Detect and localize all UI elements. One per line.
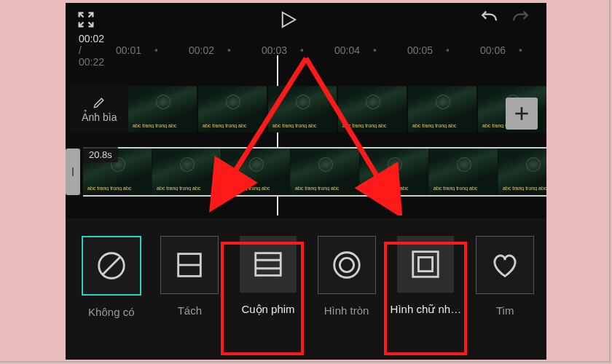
ban-icon	[82, 236, 141, 296]
effect-circle[interactable]: Hình tròn	[313, 236, 381, 317]
rects-icon	[397, 236, 454, 293]
time-current: 00:02	[79, 33, 104, 44]
redo-button[interactable]	[510, 9, 532, 33]
timeline-thumb[interactable]: abc trang trong abc	[128, 86, 197, 132]
fullscreen-button[interactable]	[76, 9, 96, 33]
effect-label: Tách	[178, 304, 202, 317]
svg-rect-10	[413, 252, 439, 277]
ring-icon	[318, 236, 376, 294]
svg-rect-0	[72, 167, 74, 176]
effect-split[interactable]: Tách	[156, 236, 224, 317]
timeline-thumb[interactable]: abc trang trong abc	[268, 86, 337, 132]
overlay-track: Ảnh bìa abc trang trong abcabc trang tro…	[66, 83, 546, 135]
hbars-icon	[240, 236, 297, 293]
pencil-icon	[92, 95, 106, 110]
effect-none[interactable]: Không có	[77, 236, 146, 318]
timeline-thumb[interactable]: abc trang trong abc	[198, 86, 267, 132]
timeline-thumb[interactable]: abc trang trong abc	[360, 149, 429, 195]
timeline-thumb[interactable]: abc trang trong abc	[152, 149, 221, 195]
time-tick: 00:06•	[480, 44, 546, 56]
svg-point-9	[340, 258, 353, 272]
clip-duration: 20.8s	[83, 147, 118, 162]
effect-label: Không có	[88, 306, 134, 318]
effect-label: Cuộn phim	[241, 303, 294, 316]
timeline[interactable]: Ảnh bìa abc trang trong abcabc trang tro…	[66, 80, 546, 211]
svg-rect-11	[419, 257, 433, 271]
timeline-thumb[interactable]: abc trang trong abc	[498, 149, 546, 195]
add-clip-button[interactable]	[506, 98, 538, 130]
effect-label: Hình chữ nh…	[391, 303, 462, 316]
top-toolbar	[66, 3, 546, 39]
timeline-thumb[interactable]: abc trang trong abc	[291, 149, 360, 195]
video-editor-app: 00:02 / 00:22 00:01•00:02•00:03•00:04•00…	[66, 3, 546, 360]
timeline-thumb[interactable]: abc trang trong abc	[338, 86, 407, 132]
effect-label: Tim	[496, 304, 514, 317]
hsplit-icon	[160, 236, 219, 294]
svg-point-8	[334, 253, 359, 278]
time-ruler[interactable]: 00:02 / 00:22 00:01•00:02•00:03•00:04•00…	[66, 39, 546, 61]
svg-rect-5	[256, 253, 281, 276]
timeline-thumb[interactable]: abc trang trong abc	[408, 86, 476, 132]
time-tick: 00:02•	[189, 44, 262, 56]
main-track: 20.8s abc trang trong abcabc trang trong…	[66, 146, 546, 198]
timeline-thumb[interactable]: abc trang trong abc	[429, 149, 498, 195]
cover-label: Ảnh bìa	[82, 111, 117, 123]
heart-icon	[476, 236, 534, 294]
time-tick: 00:05•	[407, 44, 480, 56]
time-tick: 00:04•	[334, 44, 407, 56]
effect-filmroll[interactable]: Cuộn phim	[234, 236, 302, 316]
effect-heart[interactable]: Tim	[471, 236, 539, 317]
undo-button[interactable]	[478, 9, 500, 33]
effect-rect[interactable]: Hình chữ nh…	[391, 236, 460, 316]
time-tick: 00:03•	[262, 44, 334, 56]
time-tick: 00:01•	[116, 44, 189, 56]
plus-icon	[512, 104, 531, 123]
play-button[interactable]	[276, 9, 298, 33]
svg-line-2	[102, 257, 120, 275]
main-clip[interactable]: 20.8s abc trang trong abcabc trang trong…	[83, 147, 546, 197]
border-effects-panel: Không cóTáchCuộn phimHình trònHình chữ n…	[66, 218, 546, 360]
effect-label: Hình tròn	[324, 304, 369, 317]
clip-trim-handle[interactable]	[66, 149, 80, 195]
timeline-thumb[interactable]: abc trang trong abc	[221, 149, 291, 195]
cover-button[interactable]: Ảnh bìa	[70, 86, 128, 132]
